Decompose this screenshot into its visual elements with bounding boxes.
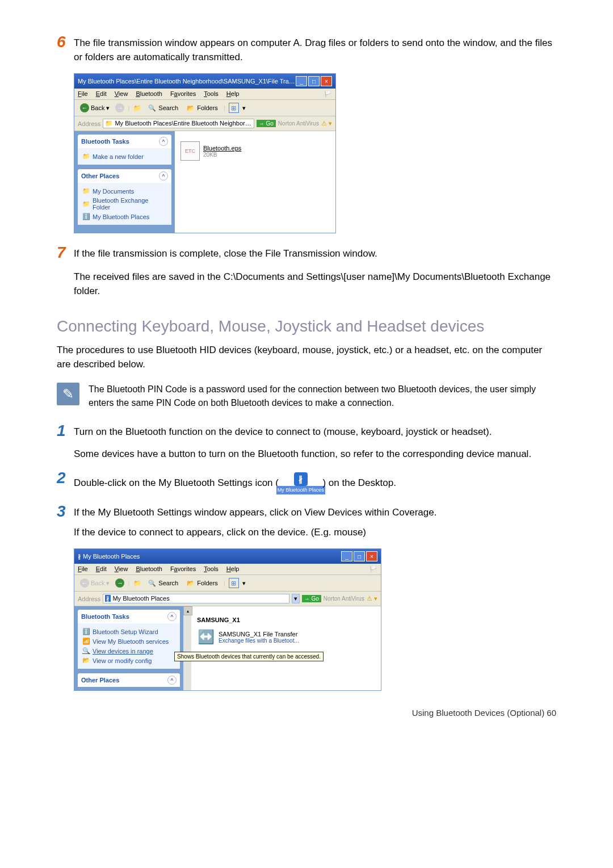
norton-icon[interactable]: ⚠ ▾ xyxy=(321,120,332,127)
step-1a-text: Turn on the Bluetooth function on the de… xyxy=(74,425,531,439)
norton-icon[interactable]: ⚠ ▾ xyxy=(367,595,377,602)
back-icon: ← xyxy=(80,103,89,112)
search-button[interactable]: 🔍 Search xyxy=(145,102,180,114)
menu-bluetooth[interactable]: Bluetooth xyxy=(136,90,162,98)
bt-setup-wizard-link[interactable]: ℹ️ Bluetooth Setup Wizard xyxy=(82,627,175,636)
search-icon: 🔍 xyxy=(148,578,157,588)
address-input[interactable]: 📁 My Bluetooth Places\Entire Bluetooth N… xyxy=(103,119,254,128)
windows-flag-icon: 🏳️ xyxy=(370,565,377,573)
step-number-7: 7 xyxy=(57,245,74,261)
view-or-modify-config-link[interactable]: 📂 View or modify config xyxy=(82,656,175,665)
maximize-button[interactable]: □ xyxy=(354,551,365,561)
my-bluetooth-places-link[interactable]: ℹ️ My Bluetooth Places xyxy=(82,212,167,221)
step-6-text: The file transmission window appears on … xyxy=(74,36,556,64)
menu-favorites[interactable]: Favorites xyxy=(170,90,196,98)
note-text: The Bluetooth PIN Code is a password use… xyxy=(89,383,556,409)
toolbar: ← Back ▾ → | 📁 🔍 Search 📂 Folders | ⊞ ▾ xyxy=(74,100,335,116)
norton-label: Norton AntiVirus xyxy=(324,596,364,602)
menu-edit[interactable]: Edit xyxy=(96,565,107,573)
section-intro: The procedures to use Bluetooth HID devi… xyxy=(57,343,556,371)
menu-view[interactable]: View xyxy=(115,90,128,98)
menu-file[interactable]: File xyxy=(78,90,88,98)
bt-exchange-folder-link[interactable]: 📁 Bluetooth Exchange Folder xyxy=(82,196,167,212)
back-button: ← Back ▾ xyxy=(78,577,112,589)
step-2-text: Double-click on the My Bluetooth Setting… xyxy=(74,472,396,494)
forward-icon[interactable]: → xyxy=(115,103,124,112)
views-icon[interactable]: ⊞ xyxy=(229,103,239,113)
note-icon: ✎ xyxy=(57,383,79,405)
view-devices-in-range-link[interactable]: 🔍 View devices in range xyxy=(82,646,175,656)
step-number-3: 3 xyxy=(57,504,74,519)
toolbar: ← Back ▾ → | 📁 🔍 Search 📂 Folders | ⊞ ▾ xyxy=(74,575,381,592)
forward-icon[interactable]: → xyxy=(115,578,124,588)
my-bluetooth-places-window: ∦ My Bluetooth Places _ □ × File Edit Vi… xyxy=(74,548,381,691)
view-my-bt-services-link[interactable]: 📶 View My Bluetooth services xyxy=(82,636,175,646)
folders-icon: 📂 xyxy=(186,103,195,112)
section-title: Connecting Keyboard, Mouse, Joystick and… xyxy=(57,317,556,336)
menu-file[interactable]: File xyxy=(78,565,88,573)
close-button[interactable]: × xyxy=(366,551,377,561)
step-1b-text: Some devices have a button to turn on th… xyxy=(74,447,531,462)
close-button[interactable]: × xyxy=(321,76,332,86)
device-icon: ↔️ xyxy=(197,628,215,646)
step-3b-text: If the device to connect to appears, cli… xyxy=(74,526,436,540)
menu-help[interactable]: Help xyxy=(226,565,240,573)
up-folder-icon[interactable]: 📁 xyxy=(133,103,142,112)
step-3a-text: If the My Bluetooth Settings window appe… xyxy=(74,506,436,520)
dropdown-icon[interactable]: ▾ xyxy=(292,594,300,603)
search-icon: 🔍 xyxy=(148,103,157,112)
menu-bar: File Edit View Bluetooth Favorites Tools… xyxy=(74,564,381,575)
bluetooth-tasks-header: Bluetooth Tasks xyxy=(81,138,129,145)
bluetooth-icon: ∦ xyxy=(294,472,308,486)
device-item[interactable]: ↔️ SAMSUNG_X1 File Transfer Exchange fil… xyxy=(197,628,375,646)
menu-tools[interactable]: Tools xyxy=(204,90,219,98)
collapse-icon[interactable]: ^ xyxy=(159,137,168,146)
file-name: Bluetooth.eps xyxy=(203,145,241,152)
step-number-6: 6 xyxy=(57,34,74,50)
device-sub: Exchange files with a Bluetoot... xyxy=(219,638,299,644)
step-number-2: 2 xyxy=(57,470,74,486)
menu-tools[interactable]: Tools xyxy=(204,565,219,573)
search-button[interactable]: 🔍 Search xyxy=(145,577,180,589)
minimize-button[interactable]: _ xyxy=(296,76,307,86)
window-title: ∦ My Bluetooth Places xyxy=(78,553,140,560)
step-number-1: 1 xyxy=(57,423,74,439)
go-button[interactable]: → Go xyxy=(257,120,276,127)
address-label: Address xyxy=(78,120,100,127)
window-title: My Bluetooth Places\Entire Bluetooth Nei… xyxy=(78,78,296,85)
views-icon[interactable]: ⊞ xyxy=(229,578,239,588)
file-item[interactable]: ETC Bluetooth.eps 20KB xyxy=(180,141,330,161)
file-size: 20KB xyxy=(203,152,241,158)
norton-label: Norton AntiVirus xyxy=(278,120,319,127)
go-button[interactable]: → Go xyxy=(302,595,321,602)
scrollbar[interactable]: ▴ xyxy=(183,606,191,690)
bluetooth-icon: ∦ xyxy=(78,553,81,560)
windows-flag-icon: 🏳️ xyxy=(324,90,332,98)
menu-edit[interactable]: Edit xyxy=(96,90,107,98)
menu-view[interactable]: View xyxy=(115,565,128,573)
back-button[interactable]: ← Back ▾ xyxy=(78,102,112,114)
collapse-icon[interactable]: ^ xyxy=(167,612,177,621)
menu-bluetooth[interactable]: Bluetooth xyxy=(136,565,162,573)
up-folder-icon[interactable]: 📁 xyxy=(133,578,142,588)
menu-help[interactable]: Help xyxy=(226,90,240,98)
address-input[interactable]: ∦ My Bluetooth Places xyxy=(103,594,289,603)
collapse-icon[interactable]: ^ xyxy=(159,171,168,181)
file-transfer-window: My Bluetooth Places\Entire Bluetooth Nei… xyxy=(74,73,336,233)
page-footer: Using Bluetooth Devices (Optional) 60 xyxy=(57,708,556,718)
folders-button[interactable]: 📂 Folders xyxy=(184,577,220,589)
menu-favorites[interactable]: Favorites xyxy=(170,565,196,573)
my-bluetooth-places-icon[interactable]: ∦ My Bluetooth Places xyxy=(284,472,318,494)
step-7-subtext: The received files are saved in the C:\D… xyxy=(74,270,556,298)
folders-button[interactable]: 📂 Folders xyxy=(184,102,220,114)
maximize-button[interactable]: □ xyxy=(308,76,320,86)
collapse-icon[interactable]: ^ xyxy=(167,676,177,685)
bluetooth-tasks-header: Bluetooth Tasks xyxy=(81,613,129,620)
make-new-folder-link[interactable]: 📁 Make a new folder xyxy=(82,152,167,161)
menu-bar: File Edit View Bluetooth Favorites Tools… xyxy=(74,89,335,100)
minimize-button[interactable]: _ xyxy=(341,551,352,561)
device-header: SAMSUNG_X1 xyxy=(197,617,375,623)
file-icon: ETC xyxy=(180,141,200,161)
my-documents-link[interactable]: 📁 My Documents xyxy=(82,186,167,196)
tooltip: Shows Bluetooth devices that currently c… xyxy=(174,652,324,661)
